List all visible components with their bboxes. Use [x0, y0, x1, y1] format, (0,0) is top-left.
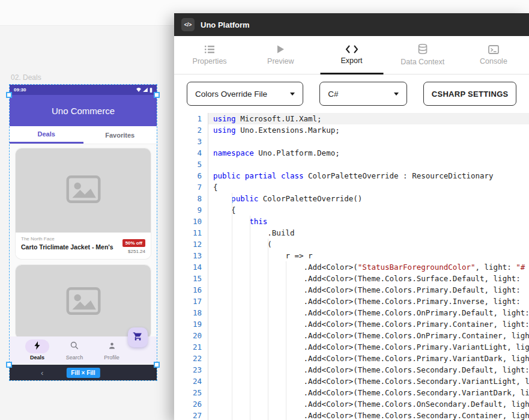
code-line[interactable]: 1 using Microsoft.UI.Xaml;	[174, 113, 529, 124]
code-line[interactable]: 22 .Add<Color>(Theme.Colors.Primary.Vari…	[174, 353, 529, 364]
lightning-icon	[34, 341, 41, 352]
cart-fab-button[interactable]	[128, 327, 148, 347]
code-line[interactable]: 7 {	[174, 181, 529, 193]
line-number: 10	[174, 216, 208, 227]
code-line[interactable]: 18 .Add<Color>(Theme.Colors.OnPrimary.De…	[174, 307, 529, 318]
selection-handle-bottom-right[interactable]	[154, 362, 160, 368]
product-card[interactable]	[16, 265, 151, 336]
code-line[interactable]: 8 public ColorPaletteOverride()	[174, 193, 529, 204]
cart-icon	[133, 331, 143, 344]
panel-tab-export[interactable]: Export	[316, 36, 387, 74]
deals-list: The North Face Carto Triclimate Jacket -…	[10, 144, 157, 336]
properties-icon	[204, 44, 216, 54]
code-line[interactable]: 23 .Add<Color>(Theme.Colors.Secondary.De…	[174, 364, 529, 376]
export-controls: Colors Override File C# CSHARP SETTINGS	[174, 75, 529, 113]
back-chevron-icon[interactable]: ‹	[41, 369, 43, 377]
line-number: 21	[174, 341, 208, 353]
code-line[interactable]: 2 using Uno.Extensions.Markup;	[174, 124, 529, 136]
discount-badge: 50% off	[122, 239, 145, 247]
search-icon	[70, 341, 79, 352]
preview-icon	[276, 44, 285, 54]
panel-tab-bar: Properties Preview Export Data Context C…	[174, 36, 529, 75]
code-line[interactable]: 17 .Add<Color>(Theme.Colors.Primary.Inve…	[174, 296, 529, 307]
code-line[interactable]: 11 .Build	[174, 227, 529, 239]
profile-icon	[108, 341, 116, 352]
panel-tab-data-context[interactable]: Data Context	[387, 36, 458, 74]
panel-tab-console[interactable]: Console	[458, 36, 529, 74]
line-number: 3	[174, 136, 208, 147]
line-number: 19	[174, 318, 208, 330]
line-number: 20	[174, 330, 208, 341]
csharp-settings-button[interactable]: CSHARP SETTINGS	[423, 82, 516, 106]
selection-handle-top-left[interactable]	[6, 92, 12, 98]
line-number: 6	[174, 170, 208, 181]
code-line[interactable]: 10 this	[174, 216, 529, 227]
frame-toolbar: ‹ Fill × Fill	[10, 365, 157, 380]
code-line[interactable]: 20 .Add<Color>(Theme.Colors.OnPrimary.Co…	[174, 330, 529, 341]
line-number: 25	[174, 387, 208, 398]
code-line[interactable]: 16 .Add<Color>(Theme.Colors.Primary.Defa…	[174, 284, 529, 296]
frame-label[interactable]: 02. Deals	[11, 73, 41, 82]
bottom-nav-item-search[interactable]: Search	[56, 336, 93, 364]
phone-mockup-frame[interactable]: 09:30 Uno Commerce Deals Favorites The N…	[10, 85, 157, 364]
code-line[interactable]: 27 .Add<Color>(Theme.Colors.Secondary.Co…	[174, 410, 529, 420]
code-line[interactable]: 26 .Add<Color>(Theme.Colors.OnSecondary.…	[174, 398, 529, 410]
product-card[interactable]: The North Face Carto Triclimate Jacket -…	[16, 148, 151, 259]
code-line[interactable]: 3	[174, 136, 529, 147]
line-number: 16	[174, 284, 208, 296]
line-number: 26	[174, 398, 208, 410]
line-number: 27	[174, 410, 208, 420]
code-line[interactable]: 24 .Add<Color>(Theme.Colors.Secondary.Va…	[174, 376, 529, 387]
line-number: 2	[174, 124, 208, 136]
line-number: 17	[174, 296, 208, 307]
code-line[interactable]: 6 public partial class ColorPaletteOverr…	[174, 170, 529, 181]
product-title: Carto Triclimate Jacket - Men's	[21, 243, 122, 251]
bottom-nav-item-profile[interactable]: Profile	[93, 336, 130, 364]
code-line[interactable]: 15 .Add<Color>(Theme.Colors.Surface.Defa…	[174, 273, 529, 284]
chevron-down-icon	[290, 93, 295, 96]
selection-handle-top-right[interactable]	[154, 92, 160, 98]
product-image-placeholder	[16, 148, 151, 233]
code-line[interactable]: 5	[174, 159, 529, 170]
console-icon	[488, 45, 499, 54]
line-number: 22	[174, 353, 208, 364]
app-tab-deals[interactable]: Deals	[10, 126, 83, 144]
code-line[interactable]: 13 r => r	[174, 250, 529, 261]
line-number: 23	[174, 364, 208, 376]
line-number: 8	[174, 193, 208, 204]
app-tab-bar: Deals Favorites	[10, 126, 157, 144]
line-number: 4	[174, 147, 208, 159]
selection-handle-bottom-left[interactable]	[6, 362, 12, 368]
image-placeholder-icon	[66, 287, 101, 317]
panel-tab-preview[interactable]: Preview	[245, 36, 316, 74]
bottom-nav-item-deals[interactable]: Deals	[19, 336, 56, 364]
status-bar: 09:30	[10, 85, 157, 95]
code-line[interactable]: 12 (	[174, 239, 529, 250]
product-image-placeholder	[16, 265, 151, 336]
line-number: 1	[174, 113, 208, 124]
file-type-dropdown[interactable]: Colors Override File	[187, 82, 303, 106]
code-line[interactable]: 25 .Add<Color>(Theme.Colors.Secondary.Va…	[174, 387, 529, 398]
line-number: 7	[174, 181, 208, 193]
language-dropdown[interactable]: C#	[319, 82, 407, 106]
code-line[interactable]: 9 {	[174, 204, 529, 216]
line-number: 15	[174, 273, 208, 284]
line-number: 12	[174, 239, 208, 250]
chevron-down-icon	[394, 93, 399, 96]
line-number: 13	[174, 250, 208, 261]
code-line[interactable]: 14 .Add<Color>("StatusBarForegroundColor…	[174, 261, 529, 273]
export-icon	[345, 45, 358, 53]
code-line[interactable]: 21 .Add<Color>(Theme.Colors.Primary.Vari…	[174, 341, 529, 353]
app-tab-favorites[interactable]: Favorites	[83, 126, 157, 144]
fill-size-badge[interactable]: Fill × Fill	[66, 368, 100, 378]
uno-platform-panel: </> Uno Platform Properties Preview Expo…	[174, 13, 529, 420]
line-number: 11	[174, 227, 208, 239]
data-context-icon	[418, 44, 428, 55]
code-line[interactable]: 19 .Add<Color>(Theme.Colors.Primary.Cont…	[174, 318, 529, 330]
code-line[interactable]: 4 namespace Uno.Platform.Demo;	[174, 147, 529, 159]
signal-icon	[143, 88, 148, 92]
panel-tab-properties[interactable]: Properties	[174, 36, 245, 74]
line-number: 9	[174, 204, 208, 216]
code-editor[interactable]: 1 using Microsoft.UI.Xaml; 2 using Uno.E…	[174, 113, 529, 420]
battery-icon	[150, 88, 153, 93]
